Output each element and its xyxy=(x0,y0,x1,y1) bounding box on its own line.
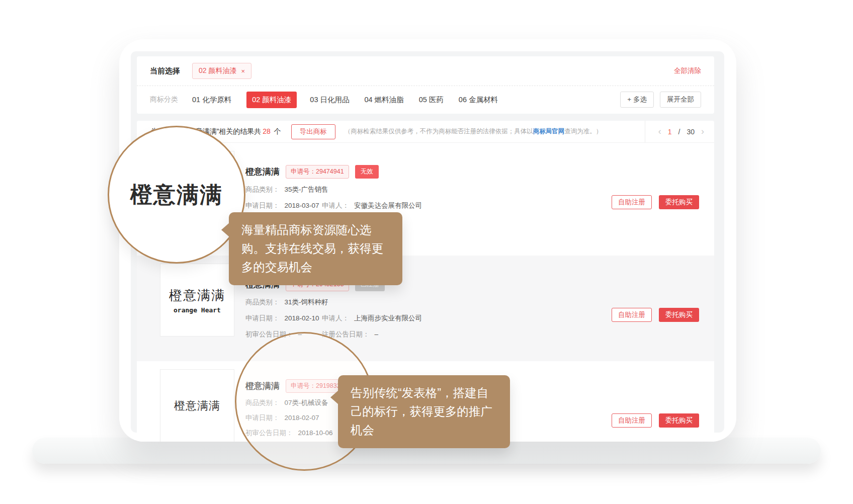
tab-03-daily[interactable]: 03 日化用品 xyxy=(310,95,349,105)
selected-filter-tag[interactable]: 02 颜料油漆 × xyxy=(192,63,251,79)
results-disclaimer: （商标检索结果仅供参考，不作为商标能否注册的法律依据；具体以商标局官网查询为准。… xyxy=(345,127,645,136)
disclaimer-prefix: （商标检索结果仅供参考，不作为商标能否注册的法律依据；具体以 xyxy=(345,128,533,135)
row-1-applicant-label: 申请人： xyxy=(322,202,349,209)
results-count-unit: 个 xyxy=(274,127,281,135)
export-trademark-button[interactable]: 导出商标 xyxy=(291,124,335,139)
tooltip-marketplace: 海量精品商标资源随心选购。支持在线交易，获得更多的交易机会 xyxy=(229,212,402,285)
row-1-apply-date-label: 申请日期： xyxy=(245,202,280,209)
row-1-apply-date-value: 2018-03-07 xyxy=(285,202,319,209)
row-2-apply-date-label: 申请日期： xyxy=(245,314,280,322)
tab-01-chemical[interactable]: 01 化学原料 xyxy=(192,95,231,105)
row-1-application-number: 申请号：29474941 xyxy=(286,165,349,179)
tooltip-promotion: 告别传统“发表格”，搭建自己的标行，获得更多的推广机会 xyxy=(338,375,510,448)
row-2-reg-publication-value: – xyxy=(375,330,379,338)
page-next-icon[interactable]: › xyxy=(701,126,704,137)
row-1-category-value: 35类-广告销售 xyxy=(285,186,328,193)
row-2-entrust-purchase-button[interactable]: 委托购买 xyxy=(659,308,699,322)
trademark-image-3-text: 橙意满满 xyxy=(174,398,220,413)
expand-all-button[interactable]: 展开全部 xyxy=(660,92,701,108)
row-3-entrust-purchase-button[interactable]: 委托购买 xyxy=(659,413,699,428)
magnifier-circle-1: 橙意满满 xyxy=(108,126,245,264)
row-2-self-register-button[interactable]: 自助注册 xyxy=(612,308,652,322)
row-1-status-badge: 无效 xyxy=(355,165,379,179)
page-current: 1 xyxy=(668,128,672,136)
row-2-category-value: 31类-饲料种籽 xyxy=(285,298,328,306)
pagination: ‹ 1 / 30 › xyxy=(645,121,714,142)
clear-all-link[interactable]: 全部清除 xyxy=(674,66,701,75)
trademark-image-2-subtext: orange Heart xyxy=(174,306,221,314)
tab-05-medicine[interactable]: 05 医药 xyxy=(419,95,444,105)
row-1-category-label: 商品类别： xyxy=(245,186,280,193)
current-selection-label: 当前选择 xyxy=(150,66,180,76)
tab-02-paint-active[interactable]: 02 颜料油漆 xyxy=(246,92,297,108)
results-header: 为您检索到“橙意满满”相关的结果共28 个 导出商标 （商标检索结果仅供参考，不… xyxy=(137,121,714,143)
magnified-trademark-text: 橙意满满 xyxy=(130,180,223,210)
multi-select-button[interactable]: + 多选 xyxy=(620,92,654,108)
row-1-name: 橙意满满 xyxy=(245,166,280,178)
row-3-self-register-button[interactable]: 自助注册 xyxy=(612,413,652,428)
category-label: 商标分类 xyxy=(150,95,178,104)
row-2-applicant-label: 申请人： xyxy=(322,314,349,322)
trademark-image-2[interactable]: 橙意满满 orange Heart xyxy=(160,264,234,337)
disclaimer-suffix: 查询为准。） xyxy=(564,128,602,135)
tab-04-fuel[interactable]: 04 燃料油脂 xyxy=(365,95,404,105)
row-1-applicant-value: 安徽美达会展有限公司 xyxy=(354,202,422,209)
page-prev-icon[interactable]: ‹ xyxy=(658,126,661,137)
trademark-office-link[interactable]: 商标局官网 xyxy=(533,128,565,135)
page: 当前选择 02 颜料油漆 × 全部清除 商标分类 01 化学原料 02 颜料油漆… xyxy=(0,0,853,504)
filter-card: 当前选择 02 颜料油漆 × 全部清除 商标分类 01 化学原料 02 颜料油漆… xyxy=(137,56,714,114)
category-row: 商标分类 01 化学原料 02 颜料油漆 03 日化用品 04 燃料油脂 05 … xyxy=(137,86,714,113)
results-count-number: 28 xyxy=(263,127,271,135)
row-1-self-register-button[interactable]: 自助注册 xyxy=(612,195,652,209)
row-1-entrust-purchase-button[interactable]: 委托购买 xyxy=(659,195,699,209)
row-2-category-label: 商品类别： xyxy=(245,298,280,306)
row-2-apply-date-value: 2018-02-10 xyxy=(285,314,319,322)
page-total: 30 xyxy=(687,128,695,136)
tab-06-metal[interactable]: 06 金属材料 xyxy=(459,95,498,105)
selected-filter-tag-text: 02 颜料油漆 xyxy=(199,66,236,75)
trademark-image-3[interactable]: 橙意满满 xyxy=(160,369,234,442)
current-selection-row: 当前选择 02 颜料油漆 × 全部清除 xyxy=(137,56,714,86)
tag-close-icon[interactable]: × xyxy=(241,67,245,75)
result-row-2: 橙意满满 orange Heart 橙意满满 申请号：29482153 已注册 … xyxy=(137,256,714,361)
page-separator: / xyxy=(678,128,680,136)
row-2-applicant-value: 上海雨步实业有限公司 xyxy=(354,314,422,322)
trademark-image-2-text: 橙意满满 xyxy=(169,287,225,304)
